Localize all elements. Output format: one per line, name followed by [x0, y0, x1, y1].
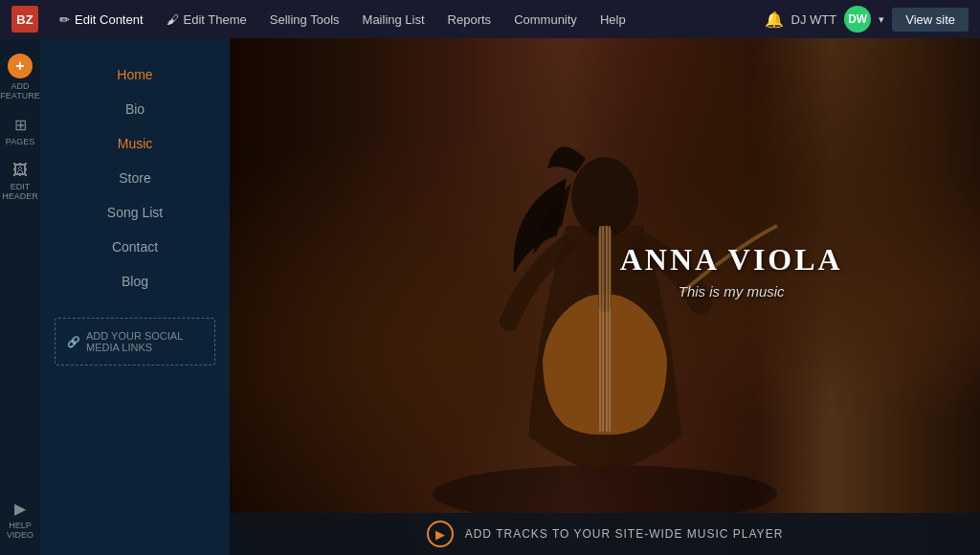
- help-button[interactable]: Help: [590, 9, 635, 31]
- reports-label: Reports: [448, 12, 492, 27]
- artist-subtitle: This is my music: [620, 283, 843, 300]
- notification-bell-icon[interactable]: 🔔: [765, 11, 784, 29]
- svg-point-1: [571, 157, 638, 237]
- plus-icon: +: [8, 54, 33, 78]
- view-site-button[interactable]: View site: [892, 8, 969, 32]
- nav-contact[interactable]: Contact: [40, 230, 230, 264]
- nav-store[interactable]: Store: [40, 161, 230, 195]
- user-avatar[interactable]: DW: [844, 6, 871, 33]
- nav-bio[interactable]: Bio: [40, 92, 230, 126]
- edit-header-label: EDITHEADER: [2, 182, 38, 201]
- top-navbar: BZ ✏ Edit Content 🖌 Edit Theme Selling T…: [0, 0, 980, 38]
- play-button-icon[interactable]: ▶: [427, 521, 454, 547]
- edit-theme-icon: 🖌: [167, 12, 179, 27]
- selling-tools-button[interactable]: Selling Tools: [260, 9, 349, 31]
- help-video-icon: ▶: [14, 500, 26, 518]
- reports-button[interactable]: Reports: [438, 9, 501, 31]
- edit-theme-label: Edit Theme: [184, 12, 247, 27]
- community-button[interactable]: Community: [504, 9, 587, 31]
- edit-content-button[interactable]: ✏ Edit Content: [50, 9, 153, 31]
- cellist-figure: [230, 38, 980, 513]
- sidebar-item-pages[interactable]: ⊞ PAGES: [2, 110, 38, 152]
- hero-area: ANNA VIOLA This is my music ▶ ADD TRACKS…: [230, 38, 980, 555]
- mailing-list-button[interactable]: Mailing List: [353, 9, 434, 31]
- hero-text: ANNA VIOLA This is my music: [620, 242, 843, 300]
- edit-content-icon: ✏: [59, 12, 70, 27]
- avatar-chevron-icon[interactable]: ▾: [879, 13, 884, 26]
- artist-name: ANNA VIOLA: [620, 242, 843, 278]
- nav-blog[interactable]: Blog: [40, 264, 230, 299]
- sidebar-item-add-feature[interactable]: + ADD FEATURE: [2, 48, 38, 106]
- edit-theme-button[interactable]: 🖌 Edit Theme: [157, 9, 256, 31]
- mailing-list-label: Mailing List: [363, 12, 425, 27]
- sidebar-item-edit-header[interactable]: 🖼 EDITHEADER: [2, 156, 38, 207]
- nav-right: 🔔 DJ WTT DW ▾ View site: [765, 6, 969, 33]
- link-icon: 🔗: [67, 336, 80, 348]
- help-label: Help: [600, 12, 626, 27]
- selling-tools-label: Selling Tools: [270, 12, 340, 27]
- edit-header-icon: 🖼: [12, 162, 28, 179]
- community-label: Community: [514, 12, 577, 27]
- nav-song-list[interactable]: Song List: [40, 195, 230, 230]
- pages-icon: ⊞: [14, 116, 27, 134]
- music-player-label: ADD TRACKS TO YOUR SITE-WIDE MUSIC PLAYE…: [465, 527, 784, 541]
- social-media-links-box[interactable]: 🔗 ADD YOUR SOCIAL MEDIA LINKS: [55, 318, 215, 366]
- edit-content-label: Edit Content: [75, 12, 144, 27]
- main-area: + ADD FEATURE ⊞ PAGES 🖼 EDITHEADER ▶ HEL…: [0, 38, 980, 555]
- app-logo: BZ: [11, 6, 38, 33]
- social-media-label: ADD YOUR SOCIAL MEDIA LINKS: [86, 330, 203, 353]
- sidebar: + ADD FEATURE ⊞ PAGES 🖼 EDITHEADER ▶ HEL…: [0, 38, 40, 555]
- nav-music[interactable]: Music: [40, 126, 230, 161]
- nav-home[interactable]: Home: [40, 57, 230, 92]
- add-feature-label: ADD FEATURE: [0, 81, 39, 100]
- user-name-label: DJ WTT: [791, 12, 837, 27]
- pages-label: PAGES: [6, 137, 34, 146]
- nav-panel: Home Bio Music Store Song List Contact B…: [40, 38, 230, 555]
- sidebar-item-help-video[interactable]: ▶ HELPVIDEO: [2, 494, 38, 545]
- help-video-label: HELPVIDEO: [7, 521, 33, 540]
- music-player-bar[interactable]: ▶ ADD TRACKS TO YOUR SITE-WIDE MUSIC PLA…: [230, 513, 980, 555]
